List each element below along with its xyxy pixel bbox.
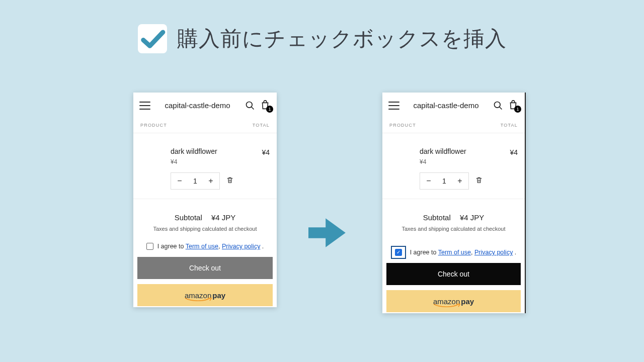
agree-checkbox[interactable] bbox=[395, 249, 402, 256]
cart-icon[interactable]: 1 bbox=[260, 100, 272, 112]
trash-icon[interactable] bbox=[475, 176, 483, 186]
cart-count-badge: 1 bbox=[514, 106, 521, 113]
cart-item: dark wildflower ¥4 − 1 + ¥4 bbox=[382, 133, 525, 199]
amazon-pay-button[interactable]: amazonpay bbox=[137, 284, 273, 306]
headline: 購入前にチェックボックスを挿入 bbox=[0, 24, 644, 53]
cart-icon[interactable]: 1 bbox=[508, 100, 520, 112]
qty-decrease-button[interactable]: − bbox=[171, 173, 188, 189]
qty-increase-button[interactable]: + bbox=[202, 173, 219, 189]
qty-value: 1 bbox=[188, 177, 202, 185]
qty-value: 1 bbox=[437, 177, 451, 185]
subtotal-value: ¥4 JPY bbox=[460, 213, 484, 222]
arrow-right-icon bbox=[304, 210, 349, 257]
search-icon[interactable] bbox=[493, 100, 504, 111]
checkout-button[interactable]: Check out bbox=[386, 263, 521, 285]
product-unit-price: ¥4 bbox=[420, 158, 505, 165]
col-total: TOTAL bbox=[501, 123, 518, 128]
col-product: PRODUCT bbox=[389, 123, 416, 128]
agree-text: I agree to Term of use, Privacy policy . bbox=[157, 243, 264, 250]
phone-before: capital-castle-demo 1 PRODUCT TOTAL dark… bbox=[133, 93, 277, 307]
amazon-pay-logo: amazonpay bbox=[185, 291, 225, 300]
privacy-link[interactable]: Privacy policy bbox=[222, 243, 260, 250]
checkout-button[interactable]: Check out bbox=[137, 257, 273, 279]
svg-point-2 bbox=[495, 102, 501, 108]
menu-icon[interactable] bbox=[388, 99, 399, 112]
qty-decrease-button[interactable]: − bbox=[420, 173, 437, 189]
quantity-stepper: − 1 + bbox=[420, 172, 469, 190]
terms-link[interactable]: Term of use bbox=[438, 249, 471, 256]
subtotal-label: Subtotal bbox=[175, 213, 202, 222]
privacy-link[interactable]: Privacy policy bbox=[474, 249, 513, 256]
checkmark-icon bbox=[138, 24, 167, 53]
agree-row: I agree to Term of use, Privacy policy . bbox=[133, 243, 277, 257]
agree-highlight-box bbox=[391, 246, 406, 259]
agree-text: I agree to Term of use, Privacy policy . bbox=[410, 249, 517, 256]
line-total: ¥4 bbox=[510, 147, 518, 156]
cart-count-badge: 1 bbox=[266, 106, 273, 113]
product-thumbnail bbox=[140, 147, 166, 175]
phone-after: capital-castle-demo 1 PRODUCT TOTAL dark… bbox=[382, 93, 526, 313]
cart-item: dark wildflower ¥4 − 1 + ¥4 bbox=[133, 133, 277, 199]
line-total: ¥4 bbox=[262, 147, 270, 156]
agree-checkbox[interactable] bbox=[146, 243, 153, 250]
subtotal-value: ¥4 JPY bbox=[211, 213, 235, 222]
search-icon[interactable] bbox=[245, 100, 256, 111]
product-name: dark wildflower bbox=[420, 147, 505, 155]
subtotal-label: Subtotal bbox=[423, 213, 451, 222]
product-name: dark wildflower bbox=[171, 147, 257, 155]
quantity-stepper: − 1 + bbox=[171, 172, 220, 190]
menu-icon[interactable] bbox=[139, 99, 150, 112]
trash-icon[interactable] bbox=[226, 176, 234, 186]
svg-point-0 bbox=[247, 102, 253, 108]
store-title: capital-castle-demo bbox=[154, 101, 240, 110]
product-thumbnail bbox=[389, 147, 415, 175]
col-total: TOTAL bbox=[253, 123, 270, 128]
amazon-pay-logo: amazonpay bbox=[433, 297, 474, 306]
qty-increase-button[interactable]: + bbox=[451, 173, 468, 189]
headline-text: 購入前にチェックボックスを挿入 bbox=[177, 25, 507, 53]
tax-note: Taxes and shipping calculated at checkou… bbox=[382, 226, 525, 243]
agree-row: I agree to Term of use, Privacy policy . bbox=[382, 243, 525, 263]
tax-note: Taxes and shipping calculated at checkou… bbox=[133, 226, 277, 243]
amazon-pay-button[interactable]: amazonpay bbox=[386, 290, 521, 312]
svg-line-3 bbox=[500, 107, 502, 110]
terms-link[interactable]: Term of use bbox=[186, 243, 218, 250]
col-product: PRODUCT bbox=[140, 123, 167, 128]
product-unit-price: ¥4 bbox=[171, 158, 257, 165]
svg-line-1 bbox=[252, 107, 254, 110]
store-title: capital-castle-demo bbox=[404, 101, 489, 110]
